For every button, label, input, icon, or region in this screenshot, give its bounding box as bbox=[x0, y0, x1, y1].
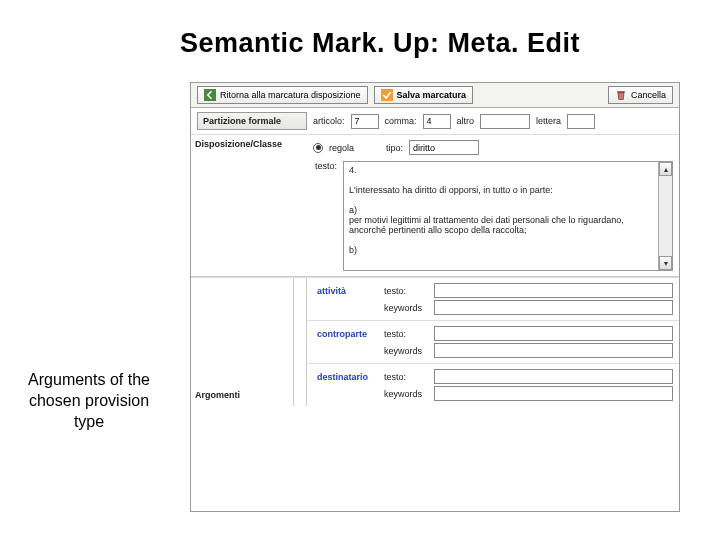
back-label: Ritorna alla marcatura disposizione bbox=[220, 90, 361, 100]
attivita-label: attività bbox=[313, 284, 378, 298]
testo-content: 4. L'interessato ha diritto di opporsi, … bbox=[349, 165, 667, 255]
altro-input[interactable] bbox=[480, 114, 530, 129]
attivita-keywords-input[interactable] bbox=[434, 300, 673, 315]
scroll-up-icon[interactable]: ▴ bbox=[659, 162, 672, 176]
annotation-text: Arguments of the chosen provision type bbox=[24, 370, 154, 432]
tipo-label: tipo: bbox=[384, 143, 405, 153]
testo-label-1: testo: bbox=[382, 286, 430, 296]
destinatario-testo-input[interactable] bbox=[434, 369, 673, 384]
controparte-testo-input[interactable] bbox=[434, 326, 673, 341]
controparte-keywords-input[interactable] bbox=[434, 343, 673, 358]
regola-radio[interactable] bbox=[313, 143, 323, 153]
altro-label: altro bbox=[455, 116, 477, 126]
destinatario-label: destinatario bbox=[313, 370, 378, 384]
attivita-testo-input[interactable] bbox=[434, 283, 673, 298]
articolo-label: articolo: bbox=[311, 116, 347, 126]
lettera-input[interactable] bbox=[567, 114, 595, 129]
keywords-label-1: keywords bbox=[382, 303, 430, 313]
partizione-header: Partizione formale bbox=[197, 112, 307, 130]
comma-input[interactable] bbox=[423, 114, 451, 129]
partizione-row: Partizione formale articolo: comma: altr… bbox=[191, 108, 679, 135]
testo-textarea[interactable]: 4. L'interessato ha diritto di opporsi, … bbox=[343, 161, 673, 271]
slide-title: Semantic Mark. Up: Meta. Edit bbox=[0, 0, 720, 67]
tipo-input[interactable] bbox=[409, 140, 479, 155]
articolo-input[interactable] bbox=[351, 114, 379, 129]
trash-icon bbox=[615, 89, 627, 101]
cancel-button[interactable]: Cancella bbox=[608, 86, 673, 104]
save-label: Salva marcatura bbox=[397, 90, 467, 100]
check-icon bbox=[381, 89, 393, 101]
svg-rect-1 bbox=[381, 89, 393, 101]
arrow-left-icon bbox=[204, 89, 216, 101]
scroll-down-icon[interactable]: ▾ bbox=[659, 256, 672, 270]
testo-label-3: testo: bbox=[382, 372, 430, 382]
controparte-label: controparte bbox=[313, 327, 378, 341]
arguments-panel: Argomenti attività testo: keywords bbox=[191, 277, 679, 406]
app-window: Ritorna alla marcatura disposizione Salv… bbox=[190, 82, 680, 512]
argomenti-header: Argomenti bbox=[195, 390, 240, 400]
testo-label: testo: bbox=[313, 161, 339, 171]
svg-rect-2 bbox=[617, 91, 625, 93]
save-button[interactable]: Salva marcatura bbox=[374, 86, 474, 104]
lettera-label: lettera bbox=[534, 116, 563, 126]
toolbar: Ritorna alla marcatura disposizione Salv… bbox=[191, 83, 679, 108]
disposizione-header: Disposizione/Classe bbox=[195, 139, 282, 149]
back-button[interactable]: Ritorna alla marcatura disposizione bbox=[197, 86, 368, 104]
disposizione-section: Disposizione/Classe regola tipo: testo: … bbox=[191, 135, 679, 277]
regola-label: regola bbox=[327, 143, 356, 153]
comma-label: comma: bbox=[383, 116, 419, 126]
vertical-divider bbox=[293, 278, 307, 406]
destinatario-keywords-input[interactable] bbox=[434, 386, 673, 401]
scrollbar[interactable]: ▴ ▾ bbox=[658, 162, 672, 270]
svg-rect-0 bbox=[204, 89, 216, 101]
keywords-label-2: keywords bbox=[382, 346, 430, 356]
cancel-label: Cancella bbox=[631, 90, 666, 100]
keywords-label-3: keywords bbox=[382, 389, 430, 399]
testo-label-2: testo: bbox=[382, 329, 430, 339]
